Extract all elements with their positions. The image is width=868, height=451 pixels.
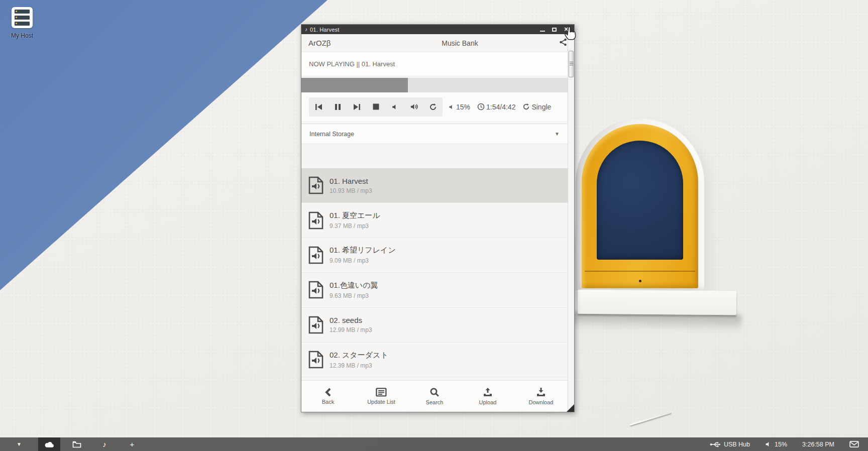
music-player-window: ♪ 01. Harvest ✕ ArOZβ Music Bank NOW PLA… <box>301 24 575 412</box>
upload-icon <box>483 387 493 397</box>
song-meta: 9.63 MB / mp3 <box>330 292 378 299</box>
song-title: 02. seeds <box>330 316 372 324</box>
song-list: 01. Harvest 10.93 MB / mp3 01. 夏空エール 9.3… <box>301 168 568 380</box>
audio-file-icon <box>308 316 323 334</box>
taskbar-app-add[interactable]: + <box>121 437 143 451</box>
scrollbar-thumb[interactable] <box>569 51 574 77</box>
download-button[interactable]: Download <box>518 387 564 405</box>
usb-hub-label: USB Hub <box>724 441 750 448</box>
clock[interactable]: 3:26:58 PM <box>802 441 834 448</box>
song-title: 02. スターダスト <box>330 351 388 360</box>
taskbar-app-music[interactable]: ♪ <box>93 437 116 451</box>
playback-mode-value: Single <box>531 103 551 111</box>
photo-window-knob <box>639 280 641 282</box>
song-title: 01.色違いの翼 <box>330 281 378 290</box>
seek-bar[interactable] <box>301 78 568 92</box>
taskbar-apps: ♪ + <box>38 437 143 451</box>
app-header: ArOZβ Music Bank <box>301 34 574 52</box>
song-row[interactable]: 01.色違いの翼 9.63 MB / mp3 <box>301 273 568 307</box>
maximize-button[interactable] <box>552 28 557 32</box>
window-titlebar[interactable]: ♪ 01. Harvest ✕ <box>301 25 574 34</box>
window-sill <box>578 290 736 315</box>
song-row[interactable]: 01. 希望リフレイン 9.09 MB / mp3 <box>301 238 568 273</box>
usb-hub-indicator[interactable]: USB Hub <box>710 441 750 448</box>
download-icon <box>536 387 546 397</box>
now-playing-label: NOW PLAYING || 01. Harvest <box>301 52 568 76</box>
audio-file-icon <box>308 351 323 369</box>
previous-track-button[interactable] <box>309 97 328 117</box>
taskbar-app-files[interactable] <box>66 437 88 451</box>
taskbar-app-cloud[interactable] <box>38 437 60 451</box>
storage-selected-value: Internal Storage <box>309 131 354 138</box>
playback-mode-toggle[interactable]: Single <box>522 103 551 111</box>
volume-value: 15% <box>456 103 470 111</box>
window-title: 01. Harvest <box>310 27 540 33</box>
envelope-icon <box>849 441 859 447</box>
chevron-left-icon <box>324 388 332 397</box>
transport-buttons <box>309 97 443 117</box>
window-content: NOW PLAYING || 01. Harvest <box>301 52 568 412</box>
server-icon <box>12 7 33 28</box>
search-label: Search <box>426 399 444 405</box>
window-scrollbar[interactable] <box>568 34 574 412</box>
storage-select[interactable]: Internal Storage ▼ <box>301 124 568 144</box>
volume-up-button[interactable] <box>404 97 423 117</box>
tray-volume-value: 15% <box>775 441 787 448</box>
close-button[interactable]: ✕ <box>563 27 569 33</box>
song-title: 01. 夏空エール <box>330 211 380 220</box>
search-icon <box>429 387 440 397</box>
song-title: 01. 希望リフレイン <box>330 246 396 255</box>
player-controls: 15% 1:54/4:42 Single <box>301 92 568 121</box>
audio-file-icon <box>308 246 323 264</box>
cloud-icon <box>44 441 55 448</box>
next-track-button[interactable] <box>347 97 366 117</box>
update-list-button[interactable]: Update List <box>359 388 404 405</box>
song-row[interactable]: 02. seeds 12.99 MB / mp3 <box>301 308 568 343</box>
volume-down-button[interactable] <box>385 97 404 117</box>
desktop: My Host ♪ 01. Harvest ✕ ArOZβ Music Bank… <box>0 0 868 451</box>
time-value: 1:54/4:42 <box>486 103 515 111</box>
song-meta: 12.99 MB / mp3 <box>330 326 372 333</box>
resize-handle[interactable] <box>567 404 574 412</box>
footer-toolbar: Back Update List Search Upload Download <box>301 380 568 412</box>
photo-window-frame <box>582 124 698 288</box>
time-indicator: 1:54/4:42 <box>477 103 515 111</box>
seek-bar-fill <box>301 78 408 92</box>
minimize-button[interactable] <box>540 28 545 32</box>
taskbar: ▼ ♪ + USB Hub 15% 3:26:58 P <box>0 437 868 451</box>
audio-file-icon <box>308 281 323 299</box>
photo-window-frame-line <box>585 271 695 272</box>
share-icon[interactable] <box>556 38 567 48</box>
volume-indicator-tray[interactable]: 15% <box>765 441 787 448</box>
list-icon <box>376 388 387 397</box>
song-row[interactable]: 02. スターダスト 12.39 MB / mp3 <box>301 343 568 377</box>
plus-icon: + <box>130 440 135 448</box>
pause-button[interactable] <box>328 97 347 117</box>
song-meta: 9.09 MB / mp3 <box>330 257 396 264</box>
song-meta: 10.93 MB / mp3 <box>330 187 372 194</box>
search-button[interactable]: Search <box>412 387 457 405</box>
usb-icon <box>710 441 721 447</box>
repeat-button[interactable] <box>423 97 443 117</box>
taskbar-expand-caret[interactable]: ▼ <box>0 441 38 447</box>
speaker-icon <box>765 441 772 447</box>
music-note-icon: ♪ <box>305 27 307 32</box>
song-meta: 9.37 MB / mp3 <box>330 222 380 230</box>
volume-indicator[interactable]: 15% <box>449 103 470 111</box>
app-title: Music Bank <box>364 39 556 47</box>
taskbar-tray: USB Hub 15% 3:26:58 PM <box>710 441 859 448</box>
back-button[interactable]: Back <box>305 388 351 405</box>
song-row[interactable]: 01. Harvest 10.93 MB / mp3 <box>301 168 568 203</box>
stop-button[interactable] <box>366 97 385 117</box>
upload-button[interactable]: Upload <box>465 387 510 405</box>
folder-icon <box>72 441 81 448</box>
desktop-icon-my-host[interactable]: My Host <box>5 7 39 39</box>
song-row[interactable]: 01. 夏空エール 9.37 MB / mp3 <box>301 203 568 238</box>
messages-tray-button[interactable] <box>849 441 859 447</box>
player-status: 15% 1:54/4:42 Single <box>449 103 551 111</box>
update-list-label: Update List <box>367 399 395 405</box>
download-label: Download <box>529 399 554 405</box>
chevron-down-icon: ▼ <box>555 131 560 137</box>
song-title: 01. Harvest <box>330 177 372 185</box>
song-meta: 12.39 MB / mp3 <box>330 362 388 369</box>
